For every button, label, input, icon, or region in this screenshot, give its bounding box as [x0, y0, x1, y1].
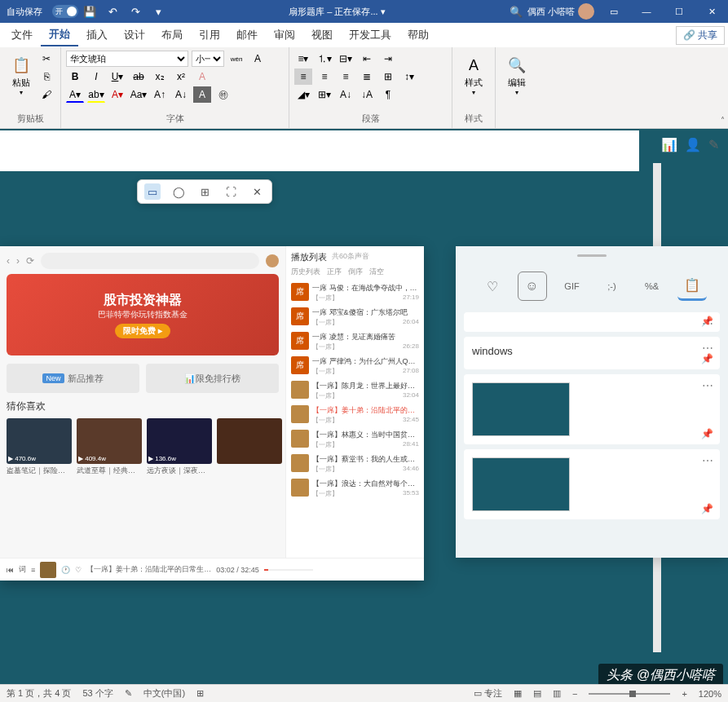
phonetic-icon[interactable]: wén [227, 51, 245, 67]
change-case-button[interactable]: Aa▾ [130, 86, 148, 103]
focus-mode-button[interactable]: ▭ 专注 [474, 687, 502, 700]
playlist-item[interactable]: 【一席】姜十弟：沿陆北平的日常生…【一席】32:45 [291, 403, 419, 427]
clipboard-item[interactable]: windows ⋯ 📌 [464, 337, 720, 369]
align-center-button[interactable]: ≡ [315, 68, 333, 85]
user-avatar[interactable] [578, 3, 594, 20]
multilevel-button[interactable]: ⊟▾ [337, 51, 355, 67]
bold-button[interactable]: B [66, 68, 84, 85]
menu-layout[interactable]: 布局 [153, 24, 191, 46]
item-pin-icon[interactable]: 📌 [701, 428, 713, 439]
user-name[interactable]: 偶西 小嗒嗒 [527, 6, 575, 18]
menu-design[interactable]: 设计 [116, 24, 153, 46]
zoom-slider[interactable] [589, 693, 670, 695]
borders-button[interactable]: ⊞▾ [315, 86, 333, 103]
playlist-item[interactable]: 【一席】陈月龙：世界上最好看的动物【一席】32:04 [291, 378, 419, 403]
item-more-icon[interactable]: ⋯ [702, 454, 713, 467]
promo-new-products[interactable]: New新品推荐 [7, 364, 139, 393]
card-item[interactable] [217, 418, 282, 476]
player-lyrics-icon[interactable]: 词 [19, 564, 26, 575]
italic-button[interactable]: I [87, 68, 105, 85]
promo-free-ranking[interactable]: 📊 限免排行榜 [146, 364, 279, 393]
item-more-icon[interactable]: ⋯ [702, 379, 713, 392]
bullets-button[interactable]: ≡▾ [294, 51, 312, 67]
char-shading-icon[interactable]: A [193, 86, 211, 103]
item-pin-icon[interactable]: 📌 [701, 353, 713, 364]
menu-review[interactable]: 审阅 [266, 24, 303, 46]
snip-rect-button[interactable]: ▭ [144, 183, 161, 200]
snip-close-button[interactable]: ✕ [249, 183, 265, 200]
card-item[interactable]: ▶ 136.6w远方夜谈｜深夜小… [147, 418, 212, 476]
clip-tab-emoji[interactable]: ☺ [518, 272, 547, 301]
shrink-font-button[interactable]: A↓ [172, 86, 190, 103]
snip-freeform-button[interactable]: ◯ [170, 183, 187, 200]
autosave-toggle[interactable]: 开 [52, 5, 78, 18]
playlist-item[interactable]: 【一席】林惠义：当时中国贫困线标…【一席】28:41 [291, 427, 419, 452]
menu-help[interactable]: 帮助 [399, 24, 437, 46]
card-item[interactable]: ▶ 409.4w武道至尊｜经典玄… [77, 418, 142, 476]
player-heart-icon[interactable]: ♡ [75, 566, 82, 574]
document-title[interactable]: 扇形题库 – 正在保存... ▾ [170, 6, 505, 18]
playlist-item[interactable]: 席一席 严律鸿：为什么广州人QQ语音…【一席】27:08 [291, 354, 419, 378]
menu-devtools[interactable]: 开发工具 [341, 24, 399, 46]
grow-font-button[interactable]: A↑ [151, 86, 169, 103]
item-pin-icon[interactable]: 📌 [701, 316, 713, 327]
accessibility-icon[interactable]: ⊞ [196, 688, 204, 699]
highlight-button[interactable]: ab▾ [87, 86, 105, 103]
menu-home[interactable]: 开始 [41, 24, 78, 46]
banner-cta-button[interactable]: 限时免费 ▸ [115, 324, 170, 338]
format-painter-icon[interactable]: 🖌 [38, 86, 55, 103]
clip-tab-clipboard[interactable]: 📋 [677, 272, 707, 301]
search-icon[interactable]: 🔍 [505, 0, 527, 23]
menu-file[interactable]: 文件 [3, 24, 41, 46]
proofing-icon[interactable]: ✎ [125, 688, 132, 699]
pl-tab-history[interactable]: 历史列表 [291, 267, 320, 277]
player-thumb[interactable] [40, 562, 56, 578]
playlist-item[interactable]: 席一席 凌慧：见证离婚痛苦【一席】26:28 [291, 329, 419, 354]
player-progress[interactable] [264, 569, 313, 571]
clear-format-icon[interactable]: A [193, 68, 211, 85]
card-item[interactable]: ▶ 470.6w盗墓笔记｜探险寻… [7, 418, 72, 476]
decrease-indent-button[interactable]: ⇤ [358, 51, 376, 67]
player-prev-icon[interactable]: ⏮ [7, 566, 14, 574]
save-icon[interactable]: 💾 [78, 0, 101, 23]
playlist-item[interactable]: 【一席】浪达：大自然对每个人都是…【一席】35:53 [291, 476, 419, 501]
clipboard-item[interactable]: ⋯ 📌 [464, 374, 720, 444]
pl-tab-clear[interactable]: 清空 [369, 267, 384, 277]
print-layout-icon[interactable]: ▦ [514, 688, 522, 699]
shading-button[interactable]: ◢▾ [294, 86, 312, 103]
increase-indent-button[interactable]: ⇥ [379, 51, 397, 67]
menu-view[interactable]: 视图 [303, 24, 341, 46]
read-mode-icon[interactable]: ▥ [553, 688, 561, 699]
nav-back-icon[interactable]: ‹ [7, 255, 10, 267]
styles-button[interactable]: A 样式 ▾ [457, 51, 490, 99]
edit-button[interactable]: 🔍 编辑 ▾ [501, 51, 533, 99]
font-size-select[interactable]: 小一 [192, 51, 224, 67]
player-clock-icon[interactable]: 🕐 [61, 566, 70, 574]
qa-dropdown-icon[interactable]: ▾ [147, 0, 170, 23]
menu-references[interactable]: 引用 [191, 24, 228, 46]
clip-tab-gif[interactable]: GIF [558, 272, 587, 301]
zoom-in-button[interactable]: + [682, 689, 686, 699]
playlist-item[interactable]: 席一席 邓宝&傻宿：广东塔尔吧【一席】26:04 [291, 305, 419, 329]
redo-icon[interactable]: ↷ [124, 0, 147, 23]
numbering-button[interactable]: ⒈▾ [315, 51, 333, 67]
paste-button[interactable]: 📋 粘贴 ▾ [5, 51, 38, 103]
superscript-button[interactable]: x² [172, 68, 190, 85]
copy-icon[interactable]: ⎘ [38, 68, 55, 85]
underline-button[interactable]: U▾ [108, 68, 126, 85]
person-icon[interactable]: 👤 [685, 137, 701, 153]
text-effect-button[interactable]: A▾ [108, 86, 126, 103]
clip-tab-favorites[interactable]: ♡ [478, 272, 507, 301]
pl-tab-asc[interactable]: 正序 [327, 267, 342, 277]
nav-forward-icon[interactable]: › [16, 255, 20, 267]
sort-desc-button[interactable]: ↓A [358, 86, 376, 103]
snip-fullscreen-button[interactable]: ⛶ [223, 183, 239, 200]
chart-icon[interactable]: 📊 [661, 137, 677, 153]
zoom-out-button[interactable]: − [572, 689, 577, 699]
panel-drag-handle[interactable] [577, 254, 607, 257]
snip-window-button[interactable]: ⊞ [196, 183, 213, 200]
pen-icon[interactable]: ✎ [708, 137, 725, 153]
cut-icon[interactable]: ✂ [38, 51, 55, 67]
align-right-button[interactable]: ≡ [337, 68, 355, 85]
word-count[interactable]: 53 个字 [82, 687, 113, 700]
